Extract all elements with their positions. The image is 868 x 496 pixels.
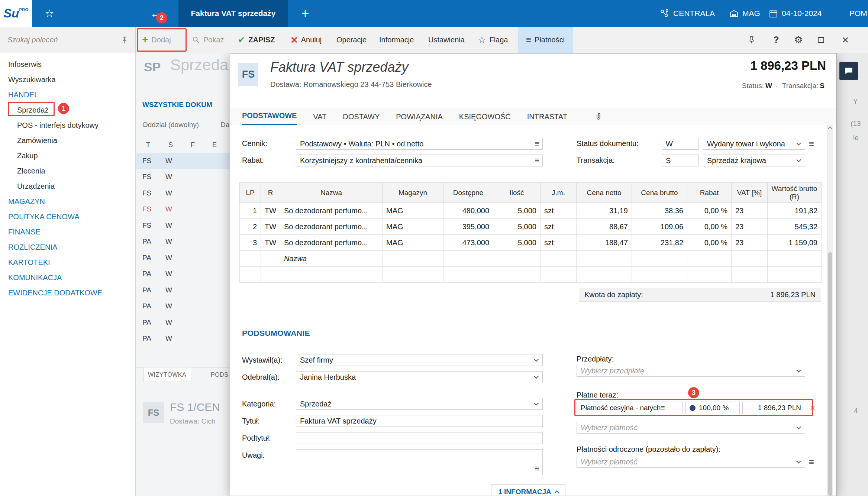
col-lp[interactable]: LP <box>240 183 261 203</box>
title-input[interactable]: Faktura VAT sprzedaży <box>296 415 543 427</box>
sidebar-item-zamowienia[interactable]: Zamówienia <box>0 133 135 148</box>
date-filter-fragment[interactable]: Da <box>220 121 229 129</box>
date-selector[interactable]: 04-10-2024 <box>769 0 822 27</box>
table-row-empty[interactable] <box>240 267 822 283</box>
close-window-icon[interactable]: × <box>837 27 854 53</box>
table-row[interactable]: 2TWSo dezodorant perfumo...MAG395,0005,0… <box>240 219 822 235</box>
cennik-field[interactable]: Podstawowy • Waluta: PLN • od netto ≡ <box>296 138 543 150</box>
tab-intrastat[interactable]: INTRASTAT <box>527 108 567 125</box>
command-search[interactable]: Szukaj poleceń <box>0 27 136 53</box>
subtitle-input[interactable] <box>296 432 543 444</box>
settings-menu-button[interactable]: Ustawienia <box>428 27 465 53</box>
sidebar-item-infoserwis[interactable]: Infoserwis <box>0 57 135 72</box>
table-row[interactable]: 3TWSo dezodorant perfumo...MAG473,0005,0… <box>240 235 822 251</box>
open-document-tab[interactable]: Faktura VAT sprzedaży <box>178 0 288 27</box>
sidebar-item-magazyn[interactable]: MAGAZYN <box>0 194 135 209</box>
maximize-icon[interactable] <box>813 27 829 53</box>
deferred-menu-icon[interactable]: ≡ <box>809 457 814 467</box>
status-dropdown[interactable]: Wydany towar i wykona <box>703 138 805 150</box>
notes-textarea[interactable]: ≡ <box>296 449 543 475</box>
centrala-selector[interactable]: CENTRALA <box>660 0 715 27</box>
payment-method-field[interactable]: Płatność cesyjna - natych ≡ <box>577 402 683 414</box>
col-magazyn[interactable]: Magazyn <box>383 183 443 203</box>
col-t[interactable]: T <box>146 141 150 149</box>
col-cena-brutto[interactable]: Cena brutto <box>632 183 687 203</box>
sidebar-item-kartoteki[interactable]: KARTOTEKI <box>0 255 135 270</box>
favorites-star-icon[interactable]: ☆ <box>41 0 58 27</box>
payment-menu-icon[interactable]: ≡ <box>661 402 665 414</box>
col-wartosc[interactable]: Wartość brutto (R) <box>768 183 822 203</box>
col-dostepne[interactable]: Dostępne <box>443 183 493 203</box>
operations-menu-button[interactable]: Operacje <box>336 27 367 53</box>
sidebar-item-rozliczenia[interactable]: ROZLICZENIA <box>0 240 135 255</box>
help-menu[interactable]: POM <box>849 0 867 27</box>
rabat-field[interactable]: Korzystniejszy z kontrahenta/cennika ≡ <box>296 155 543 166</box>
pin-window-icon[interactable] <box>743 27 760 53</box>
col-ilosc[interactable]: Ilość <box>493 183 541 203</box>
add-button[interactable]: + Dodaj <box>142 27 171 53</box>
transakcja-code-field[interactable]: S <box>662 155 699 166</box>
new-item-placeholder[interactable]: Nazwa <box>280 251 383 267</box>
status-menu-icon[interactable]: ≡ <box>809 139 814 149</box>
payment-percent-field[interactable]: 100,00 % <box>685 402 740 414</box>
prepayment-dropdown[interactable]: Wybierz przedpłatę <box>577 365 805 377</box>
tab-dostawy[interactable]: DOSTAWY <box>343 108 380 125</box>
paperclip-icon[interactable] <box>594 111 603 122</box>
sidebar-item-zakup[interactable]: Zakup <box>0 148 135 163</box>
col-cena-netto[interactable]: Cena netto <box>577 183 632 203</box>
tab-wizytowka[interactable]: WIZYTÓWKA <box>143 367 191 382</box>
deferred-payment-dropdown[interactable]: Wybierz płatność <box>577 456 805 468</box>
tab-vat[interactable]: VAT <box>313 108 326 125</box>
cancel-button[interactable]: × Anuluj <box>291 27 322 53</box>
help-question-icon[interactable]: ? <box>768 27 784 53</box>
payment-amount-field[interactable]: 1 896,23 PLN <box>742 402 805 414</box>
rabat-menu-icon[interactable]: ≡ <box>535 155 539 166</box>
branch-filter[interactable]: Oddział (dowolny) <box>142 121 199 129</box>
remove-payment-icon[interactable]: × <box>810 402 815 414</box>
issuer-dropdown[interactable]: Szef firmy <box>296 354 543 366</box>
pin-icon[interactable] <box>120 36 129 44</box>
payments-button[interactable]: ≡ Płatności <box>518 27 573 53</box>
notes-menu-icon[interactable]: ≡ <box>535 463 539 474</box>
mag-selector[interactable]: MAG <box>729 0 760 27</box>
scroll-up-icon[interactable] <box>828 126 832 130</box>
tab-podstawowe[interactable]: PODSTAWOWE <box>242 107 297 125</box>
dialog-scrollbar[interactable] <box>827 125 833 496</box>
information-toggle-button[interactable]: 1 INFORMACJA <box>491 484 565 496</box>
tab-ksiegowosc[interactable]: KSIĘGOWOŚĆ <box>459 108 511 125</box>
feedback-comment-button[interactable] <box>839 62 858 80</box>
scrollbar-thumb[interactable] <box>828 252 832 496</box>
sidebar-item-komunikacja[interactable]: KOMUNIKACJA <box>0 270 135 285</box>
add-payment-dropdown[interactable]: Wybierz płatność <box>577 422 805 434</box>
status-code-field[interactable]: W <box>662 138 699 150</box>
new-tab-plus-icon[interactable]: + <box>297 0 314 27</box>
tab-pods[interactable]: PODS <box>206 367 233 382</box>
table-row-empty[interactable]: Nazwa <box>240 251 822 267</box>
tab-powiazania[interactable]: POWIĄZANIA <box>396 108 443 125</box>
col-rabat[interactable]: Rabat <box>687 183 732 203</box>
receiver-dropdown[interactable]: Janina Herbuska <box>296 371 543 383</box>
sidebar-item-finanse[interactable]: FINANSE <box>0 224 135 240</box>
sidebar-item-urzadzenia[interactable]: Urządzenia <box>0 179 135 194</box>
col-vat[interactable]: VAT [%] <box>732 183 768 203</box>
category-dropdown[interactable]: Sprzedaż <box>296 398 543 410</box>
flag-button[interactable]: ☆ Flaga <box>478 27 508 53</box>
cennik-menu-icon[interactable]: ≡ <box>535 138 539 149</box>
col-f[interactable]: F <box>191 141 195 149</box>
information-menu-button[interactable]: Informacje <box>379 27 414 53</box>
sidebar-item-pos[interactable]: POS - interfejs dotykowy <box>0 118 135 133</box>
sidebar-item-handel[interactable]: HANDEL <box>0 87 135 103</box>
col-e[interactable]: E <box>212 141 217 149</box>
transakcja-dropdown[interactable]: Sprzedaż krajowa <box>703 155 805 166</box>
table-row[interactable]: 1TWSo dezodorant perfumo...MAG480,0005,0… <box>240 203 822 219</box>
save-button[interactable]: ✔ ZAPISZ <box>238 27 275 53</box>
sidebar-item-wyszukiwarka[interactable]: Wyszukiwarka <box>0 72 135 87</box>
col-jm[interactable]: J.m. <box>541 183 577 203</box>
sidebar-item-ewidencje[interactable]: EWIDENCJE DODATKOWE <box>0 285 135 301</box>
sidebar-item-polityka-cenowa[interactable]: POLITYKA CENOWA <box>0 209 135 224</box>
app-logo[interactable]: SuPRO <box>0 0 32 27</box>
col-r[interactable]: R <box>261 183 280 203</box>
col-s[interactable]: S <box>168 141 173 149</box>
col-nazwa[interactable]: Nazwa <box>280 183 383 203</box>
gear-icon[interactable]: ⚙ <box>790 27 807 53</box>
